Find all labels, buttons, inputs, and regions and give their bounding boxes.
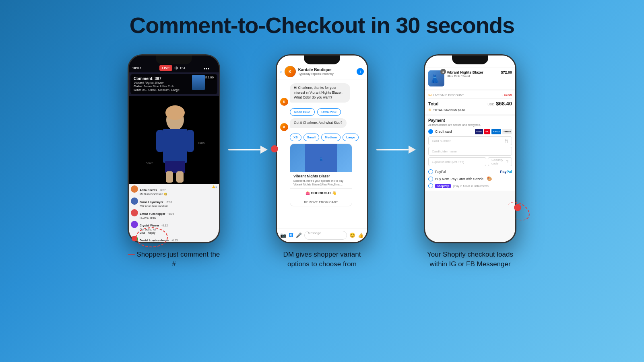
paypal-radio[interactable] [428,169,433,174]
product-card: 👗 Vibrant Nights Blazer Excellent, here'… [290,144,352,206]
color-ultra-pink[interactable]: Ultra Pink [317,108,341,116]
page-title: Comment-to-Checkout in 30 seconds [130,12,514,38]
checkout-header [425,56,515,68]
svg-rect-10 [166,171,173,183]
size-medium[interactable]: Medium [321,134,341,141]
svg-text:Share: Share [146,162,153,165]
paypal-option[interactable]: PayPal PayPal [428,169,512,174]
credit-card-option[interactable]: Credit card VISA MC AMEX +more [428,129,512,134]
color-options: Neon Blue Ultra Pink [290,108,364,116]
product-card-desc: Excellent, here's your special link to b… [293,179,349,186]
discount-row: 🏷 LIVESALE DISCOUNT - $3.60 [428,93,512,97]
image-icon[interactable]: 🖼 [289,232,293,238]
product-card-info: Vibrant Nights Blazer Excellent, here's … [290,172,352,188]
live-video: Halo Share [129,96,219,184]
info-icon[interactable]: i [357,68,364,75]
total-row: Total USD $68.40 [428,98,512,107]
remove-from-cart-button[interactable]: REMOVE FROM CART [290,198,352,206]
phones-row: 10:07 LIVE 151 ●●● Comme [0,54,644,269]
checkout-product-image: 👗 1 [428,70,444,86]
credit-card-radio[interactable] [428,129,433,134]
currency: USD [487,103,494,106]
shop-avatar-chat2: K [280,123,288,131]
sezzle-radio[interactable] [428,177,433,181]
payment-secure-text: All transactions are secure and encrypte… [428,123,512,126]
checkout-product-row: 👗 1 Vibrant Nights Blazer Ultra Pink / S… [425,68,515,89]
svg-text:●●●: ●●● [204,67,210,70]
live-badge: LIVE [159,65,172,71]
checkout-product-variant: Ultra Pink / Small [447,74,498,78]
phone3-section: 👗 1 Vibrant Nights Blazer Ultra Pink / S… [424,54,516,269]
messenger-input-bar: 📷 🖼 🎤 Message 😊 👍 [277,228,367,242]
phone2-content: ‹ K Kardale Boutique Typically replies i… [277,56,367,242]
checkout-button[interactable]: 👛 CHECKOUT 👋 [290,188,352,197]
more-cards: +more [502,129,512,134]
svg-rect-11 [176,171,184,183]
svg-point-5 [165,105,185,120]
size-small[interactable]: Small [303,134,319,141]
mic-icon[interactable]: 🎤 [296,232,302,238]
svg-text:👗: 👗 [319,157,323,161]
total-label: Total [428,101,438,106]
svg-text:Halo: Halo [198,141,205,145]
payment-section: Payment All transactions are secure and … [425,116,515,191]
product-thumbnail [192,75,205,90]
back-button[interactable]: ‹ [280,68,282,75]
live-header: 10:07 LIVE 151 ●●● [129,56,219,72]
messenger-header: ‹ K Kardale Boutique Typically replies i… [277,56,367,80]
phone1-frame: 10:07 LIVE 151 ●●● Comme [128,54,220,243]
shop-name: Kardale Boutique [298,68,334,72]
comment-item-2: Diana Loyalbuyer · 6:08 397 neon blue me… [131,197,217,208]
visa-logo: VISA [475,129,483,134]
shoppay-radio[interactable] [428,183,433,188]
savings-text: TOTAL SAVINGS $3.60 [433,108,465,112]
checkout-product-details: Vibrant Nights Blazer Ultra Pink / Small [447,70,498,78]
card-number-input[interactable]: Card number [428,136,512,145]
phone2-wrapper: ‹ K Kardale Boutique Typically replies i… [276,54,368,243]
time-display: 10:07 [132,66,141,70]
amex-logo: AMEX [491,129,501,134]
chat-message-1-row: K Hi Charlene, thanks for your interest … [280,83,364,106]
arrow1 [220,146,276,154]
sezzle-label: Buy Now, Pay Later with Sezzle [435,177,483,181]
shoppay-option[interactable]: shopPay | Pay in full or in installments [428,183,512,188]
product-card-name: Vibrant Nights Blazer [293,174,349,178]
card-logos: VISA MC AMEX +more [475,129,512,134]
caption1: — Shoppers just comment the # [128,250,220,269]
phone3-content: 👗 1 Vibrant Nights Blazer Ultra Pink / S… [425,56,515,242]
svg-rect-7 [156,130,164,152]
chat-bubble-2: Got it Charlene. And what Size? [290,118,347,128]
shop-avatar-chat: K [280,98,288,106]
sezzle-option[interactable]: Buy Now, Pay Later with Sezzle 🎨 [428,176,512,181]
arrow2 [368,146,424,154]
emoji-icon[interactable]: 😊 [349,232,355,238]
shop-status: Typically replies instantly [298,72,334,76]
expiry-input[interactable]: Expiration date (MM / YY) [428,157,486,166]
live-viewers: 151 [174,66,186,70]
discount-code: LIVESALE DISCOUNT [433,93,464,97]
size-options: XS Small Medium Large [290,134,364,141]
phone3-wrapper: 👗 1 Vibrant Nights Blazer Ultra Pink / S… [424,54,516,243]
paypal-logo: PayPal [500,170,512,174]
order-section: 🏷 LIVESALE DISCOUNT - $3.60 Total USD $6… [425,90,515,114]
phone1-wrapper: 10:07 LIVE 151 ●●● Comme [128,54,220,243]
svg-rect-6 [163,129,187,163]
chat-message-2-row: K Got it Charlene. And what Size? [280,118,364,131]
color-neon-blue[interactable]: Neon Blue [290,108,315,116]
like-icon[interactable]: 👍 [358,232,364,238]
message-input[interactable]: Message [304,231,347,240]
chat-area: K Hi Charlene, thanks for your interest … [277,80,367,210]
payment-title: Payment [428,118,512,123]
camera-icon[interactable]: 📷 [280,232,286,238]
shoppay-logo: shopPay [435,184,451,188]
shoppay-label: | Pay in full or in installments [453,185,489,187]
discount-value: - $3.60 [502,93,512,97]
cardholder-name-input[interactable]: Cardholder name [428,147,512,156]
svg-rect-9 [165,161,185,173]
caption3: Your Shopify checkout loads within IG or… [424,250,516,269]
security-code-input[interactable]: Security code ? [488,157,512,166]
size-xs[interactable]: XS [290,134,301,141]
svg-point-1 [176,68,177,69]
svg-rect-8 [186,130,194,152]
size-large[interactable]: Large [343,134,359,141]
